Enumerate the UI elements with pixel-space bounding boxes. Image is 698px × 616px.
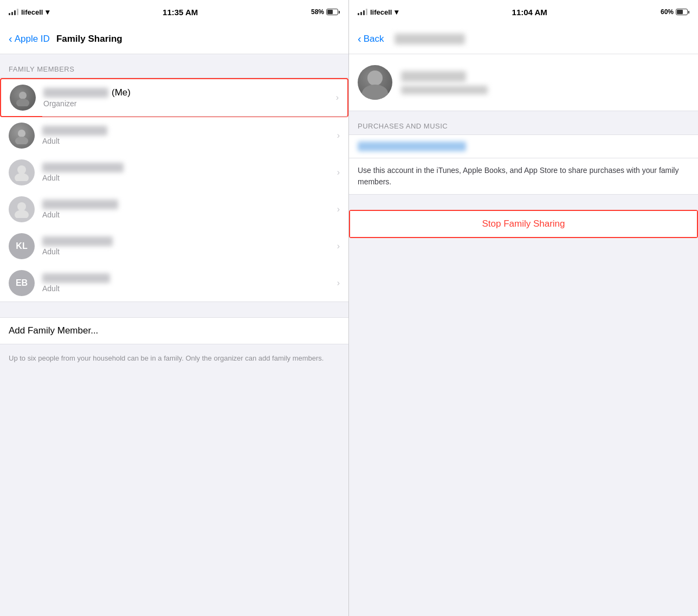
member-me-name: (Me) bbox=[43, 87, 332, 98]
svg-point-8 bbox=[367, 70, 383, 86]
member-me-blurred-name bbox=[43, 88, 108, 98]
page-title: Family Sharing bbox=[56, 34, 122, 44]
carrier-label: lifecell bbox=[21, 8, 43, 16]
right-nav-header: ‹ Back bbox=[349, 24, 698, 54]
right-battery-percent-label: 60% bbox=[661, 8, 674, 16]
member-5-name bbox=[42, 236, 333, 246]
member-5-blurred-name bbox=[42, 236, 113, 246]
chevron-right-icon-4: › bbox=[337, 204, 340, 214]
member-me-row[interactable]: (Me) Organizer › bbox=[0, 78, 348, 117]
me-label: (Me) bbox=[112, 87, 131, 98]
svg-point-4 bbox=[17, 165, 26, 174]
right-status-bar: lifecell ▾ 11:04 AM 60% bbox=[349, 0, 698, 24]
member-6-blurred-name bbox=[42, 273, 110, 283]
member-2-row[interactable]: Adult › bbox=[0, 117, 348, 154]
left-nav-header: ‹ Apple ID Family Sharing bbox=[0, 24, 348, 54]
member-2-role: Adult bbox=[42, 137, 333, 145]
profile-email-blurred bbox=[401, 86, 488, 94]
member-me-info: (Me) Organizer bbox=[43, 87, 332, 108]
member-5-role: Adult bbox=[42, 247, 333, 256]
nav-person-name-blurred bbox=[395, 34, 465, 44]
member-3-row[interactable]: Adult › bbox=[0, 154, 348, 191]
right-carrier-label: lifecell bbox=[370, 8, 392, 16]
member-4-role: Adult bbox=[42, 210, 333, 219]
member-me-avatar bbox=[10, 85, 36, 111]
profile-info bbox=[401, 71, 689, 94]
back-chevron-icon-right: ‹ bbox=[358, 33, 361, 45]
svg-point-2 bbox=[18, 130, 25, 137]
right-battery-icon bbox=[676, 9, 689, 15]
signal-bars-icon bbox=[9, 9, 18, 15]
chevron-right-icon-5: › bbox=[337, 241, 340, 251]
member-4-blurred-name bbox=[42, 200, 118, 209]
svg-point-0 bbox=[19, 92, 27, 99]
purchases-email-row bbox=[349, 135, 698, 158]
right-signal-bars-icon bbox=[358, 9, 367, 15]
member-3-name bbox=[42, 163, 333, 172]
member-4-row[interactable]: Adult › bbox=[0, 191, 348, 228]
member-5-row[interactable]: KL Adult › bbox=[0, 228, 348, 265]
right-wifi-icon: ▾ bbox=[395, 8, 398, 16]
svg-point-5 bbox=[15, 173, 29, 181]
member-6-info: Adult bbox=[42, 273, 333, 293]
wifi-icon: ▾ bbox=[46, 8, 49, 16]
chevron-right-icon: › bbox=[336, 93, 339, 102]
profile-email bbox=[401, 84, 689, 94]
left-status-bar: lifecell ▾ 11:35 AM 58% bbox=[0, 0, 348, 24]
back-button[interactable]: ‹ Back bbox=[358, 33, 384, 45]
member-3-info: Adult bbox=[42, 163, 333, 182]
apple-id-back-button[interactable]: ‹ Apple ID bbox=[9, 33, 50, 45]
profile-section bbox=[349, 54, 698, 111]
svg-point-7 bbox=[15, 210, 29, 218]
member-6-name bbox=[42, 273, 333, 283]
member-3-avatar bbox=[9, 159, 35, 185]
member-5-info: Adult bbox=[42, 236, 333, 256]
right-status-right: 60% bbox=[661, 8, 689, 16]
svg-point-1 bbox=[16, 99, 29, 106]
stop-family-sharing-button[interactable]: Stop Family Sharing bbox=[350, 211, 697, 237]
member-6-role: Adult bbox=[42, 284, 333, 293]
chevron-right-icon-6: › bbox=[337, 278, 340, 288]
member-4-info: Adult bbox=[42, 200, 333, 219]
purchases-section-label: PURCHASES AND MUSIC bbox=[349, 111, 698, 134]
purchases-description: Use this account in the iTunes, Apple Bo… bbox=[349, 158, 698, 194]
right-status-left: lifecell ▾ bbox=[358, 8, 398, 16]
family-members-section-label: FAMILY MEMBERS bbox=[0, 54, 348, 78]
member-2-name bbox=[42, 126, 333, 136]
right-time: 11:04 AM bbox=[512, 8, 547, 17]
profile-avatar bbox=[358, 65, 392, 100]
chevron-right-icon-2: › bbox=[337, 131, 340, 140]
family-members-list: (Me) Organizer › Adult › bbox=[0, 78, 348, 302]
right-back-label: Back bbox=[364, 34, 384, 44]
member-2-avatar bbox=[9, 123, 35, 149]
purchases-section: Use this account in the iTunes, Apple Bo… bbox=[349, 134, 698, 195]
svg-point-6 bbox=[17, 202, 26, 211]
member-2-blurred-name bbox=[42, 126, 107, 136]
member-4-avatar bbox=[9, 196, 35, 222]
member-3-role: Adult bbox=[42, 174, 333, 182]
profile-name bbox=[401, 71, 689, 82]
back-label: Apple ID bbox=[15, 34, 50, 44]
purchases-email-blurred bbox=[358, 142, 466, 151]
left-time: 11:35 AM bbox=[163, 8, 198, 17]
member-me-role: Organizer bbox=[43, 99, 332, 108]
battery-icon bbox=[326, 9, 340, 15]
svg-point-3 bbox=[15, 137, 28, 144]
member-2-info: Adult bbox=[42, 126, 333, 145]
member-4-name bbox=[42, 200, 333, 209]
back-chevron-icon: ‹ bbox=[9, 33, 12, 45]
family-sharing-footer-text: Up to six people from your household can… bbox=[0, 344, 348, 373]
left-status-left: lifecell ▾ bbox=[9, 8, 49, 16]
right-phone-panel: lifecell ▾ 11:04 AM 60% ‹ Back bbox=[349, 0, 698, 616]
stop-family-sharing-section: Stop Family Sharing bbox=[349, 210, 698, 238]
member-6-row[interactable]: EB Adult › bbox=[0, 265, 348, 301]
profile-name-blurred bbox=[401, 71, 466, 82]
svg-point-9 bbox=[362, 85, 388, 100]
left-phone-panel: lifecell ▾ 11:35 AM 58% ‹ Apple ID Famil… bbox=[0, 0, 349, 616]
battery-percent-label: 58% bbox=[311, 8, 324, 16]
add-family-member-button[interactable]: Add Family Member... bbox=[0, 317, 348, 344]
member-3-blurred-name bbox=[42, 163, 124, 172]
left-status-right: 58% bbox=[311, 8, 340, 16]
member-5-avatar: KL bbox=[9, 233, 35, 259]
member-6-avatar: EB bbox=[9, 270, 35, 296]
